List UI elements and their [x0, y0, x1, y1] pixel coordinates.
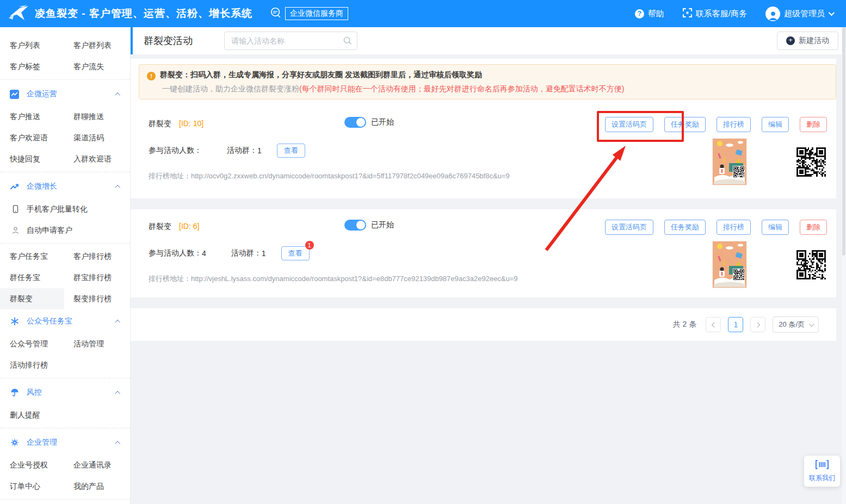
sidebar-item-enterprise-contacts[interactable]: 企业通讯录: [64, 455, 130, 476]
sidebar-item-channel-code[interactable]: 渠道活码: [64, 127, 130, 148]
search-input[interactable]: [224, 32, 357, 50]
action-buttons: 设置活码页 任务奖励 排行榜 编辑 删除: [605, 117, 827, 132]
sidebar-item-delete-reminder[interactable]: 删人提醒: [0, 405, 64, 426]
sidebar-item-fission-rank[interactable]: 裂变排行榜: [64, 288, 130, 309]
chevron-up-icon: [115, 440, 120, 446]
activity-id: [ID: 6]: [179, 222, 199, 231]
ranking-button[interactable]: 排行榜: [717, 220, 751, 235]
task-reward-button[interactable]: 任务奖励: [664, 117, 706, 132]
status-toggle[interactable]: [344, 117, 366, 128]
sidebar-item-customer-list[interactable]: 客户列表: [0, 35, 64, 56]
sidebar-item-customer-tags[interactable]: 客户标签: [0, 56, 64, 77]
ranking-url-label: 排行榜地址：: [149, 172, 191, 180]
sidebar-item-customer-welcome[interactable]: 客户欢迎语: [0, 127, 64, 148]
delete-button[interactable]: 删除: [800, 117, 827, 132]
chevron-up-icon: [115, 390, 120, 396]
sidebar-item-customer-churn[interactable]: 客户流失: [64, 56, 130, 77]
search-icon[interactable]: [343, 36, 352, 47]
set-code-page-button[interactable]: 设置活码页: [605, 220, 653, 235]
chevron-up-icon: [115, 319, 120, 325]
chevron-left-icon: [712, 322, 717, 327]
sidebar-item-customer-rank[interactable]: 客户排行榜: [64, 246, 130, 267]
app-logo-icon: [7, 3, 30, 24]
qr-code[interactable]: [796, 147, 826, 177]
sidebar-item-activity-rank[interactable]: 活动排行榜: [0, 354, 64, 376]
task-reward-button[interactable]: 任务奖励: [664, 220, 706, 235]
sidebar-item-label: 手机客户批量转化: [27, 204, 88, 214]
qr-code[interactable]: [796, 250, 826, 279]
poster-qr-code: [733, 166, 745, 178]
sidebar: 客户列表 客户群列表 客户标签 客户流失 企微运营 客户推送 群聊推送 客户欢迎…: [0, 27, 131, 504]
sidebar-item-group-fission[interactable]: 群裂变: [0, 288, 64, 309]
view-button[interactable]: 查看: [277, 144, 305, 158]
toggle-knob: [356, 118, 365, 127]
user-name: 超级管理员: [784, 9, 825, 19]
sidebar-item-customer-push[interactable]: 客户推送: [0, 106, 64, 127]
chevron-down-icon: [809, 321, 814, 327]
divider: [0, 378, 130, 378]
contact-us-widget[interactable]: 联系我们: [804, 456, 840, 487]
sidebar-section-enterprise[interactable]: 企业管理: [0, 431, 130, 455]
notice-banner: ! 群裂变：扫码入群，生成专属海报，分享好友或朋友圈 发送截图到群里后，通过审核…: [139, 64, 836, 99]
warning-icon: !: [147, 72, 156, 80]
activity-stats: 参与活动人数： 活动群： 1 查看: [149, 144, 305, 158]
sidebar-item-group-push[interactable]: 群聊推送: [64, 106, 130, 127]
participants-label: 参与活动人数：: [149, 146, 202, 155]
notice-line2-gray: 一键创建活动，助力企业微信群裂变涨粉: [162, 84, 299, 93]
page-size-select[interactable]: 20 条/页: [773, 316, 819, 333]
total-count: 共 2 条: [673, 320, 697, 329]
view-button[interactable]: 查看: [281, 246, 310, 260]
sidebar-item-enterprise-auth[interactable]: 企业号授权: [0, 455, 64, 476]
sidebar-item-quick-reply[interactable]: 快捷回复: [0, 148, 64, 170]
edit-button[interactable]: 编辑: [762, 220, 789, 235]
notice-line2: 一键创建活动，助力企业微信群裂变涨粉(每个群同时只能在一个活动有使用；最好先对群…: [160, 84, 827, 94]
sidebar-item-order-center[interactable]: 订单中心: [0, 476, 64, 497]
section-label: 企微运营: [27, 89, 57, 99]
app-title: 凌鱼裂变 - 客户管理、运营、活粉、增长系统: [35, 7, 252, 21]
user-menu[interactable]: 超级管理员: [765, 7, 833, 21]
umbrella-icon: [10, 388, 19, 397]
sidebar-item-activity-manage[interactable]: 活动管理: [64, 333, 130, 354]
prev-page-button[interactable]: [706, 317, 721, 332]
person-icon: [11, 226, 20, 235]
scrollbar-track[interactable]: [842, 27, 846, 504]
contact-support-menu[interactable]: 联系客服/商务: [683, 8, 747, 19]
sidebar-item-my-products[interactable]: 我的产品: [64, 476, 130, 497]
delete-button[interactable]: 删除: [800, 220, 827, 235]
next-page-button[interactable]: [750, 317, 765, 332]
status-toggle[interactable]: [344, 220, 366, 231]
sidebar-item-groupbao-rank[interactable]: 群宝排行榜: [64, 267, 130, 288]
action-buttons: 设置活码页 任务奖励 排行榜 编辑 删除: [605, 220, 827, 235]
sidebar-item-group-welcome[interactable]: 入群欢迎语: [64, 148, 130, 170]
activity-search: [224, 32, 357, 50]
ranking-button[interactable]: 排行榜: [717, 117, 751, 132]
sidebar-section-wecom-ops[interactable]: 企微运营: [0, 82, 130, 106]
poster-qr-code: [733, 269, 745, 281]
poster-thumbnail[interactable]: [713, 139, 746, 185]
help-menu[interactable]: ? 帮助: [635, 9, 664, 19]
new-activity-button[interactable]: + 新建活动: [777, 32, 838, 50]
sidebar-item-label: 自动申请客户: [27, 226, 72, 235]
chart-icon: [10, 90, 19, 99]
set-code-page-button[interactable]: 设置活码页: [605, 117, 653, 132]
chat-bubble-icon: [270, 7, 282, 21]
help-label: 帮助: [648, 9, 664, 19]
sidebar-section-mp-taskbao[interactable]: 公众号任务宝: [0, 309, 130, 333]
activity-list-section: ! 群裂变：扫码入群，生成专属海报，分享好友或朋友圈 发送截图到群里后，通过审核…: [131, 59, 836, 198]
sidebar-item-group-taskbao[interactable]: 群任务宝: [0, 267, 64, 288]
pagination: 共 2 条 1 20 条/页: [131, 308, 836, 341]
sidebar-item-auto-apply[interactable]: 自动申请客户: [0, 220, 130, 241]
sidebar-item-customer-group-list[interactable]: 客户群列表: [64, 35, 130, 56]
activity-stats: 参与活动人数： 4 活动群： 1 查看 1: [149, 246, 310, 260]
scrollbar-thumb[interactable]: [842, 27, 845, 256]
sidebar-section-risk[interactable]: 风控: [0, 381, 130, 405]
edit-button[interactable]: 编辑: [762, 117, 789, 132]
sidebar-item-phone-batch[interactable]: 手机客户批量转化: [0, 198, 130, 220]
sidebar-item-mp-manage[interactable]: 公众号管理: [0, 333, 64, 354]
sidebar-item-customer-taskbao[interactable]: 客户任务宝: [0, 246, 64, 267]
poster-thumbnail[interactable]: [713, 241, 746, 288]
sidebar-section-wecom-growth[interactable]: 企微增长: [0, 175, 130, 198]
groups-value: 1: [262, 249, 266, 258]
content-header: 群裂变活动 + 新建活动: [131, 27, 846, 54]
page-number-button[interactable]: 1: [728, 317, 743, 332]
